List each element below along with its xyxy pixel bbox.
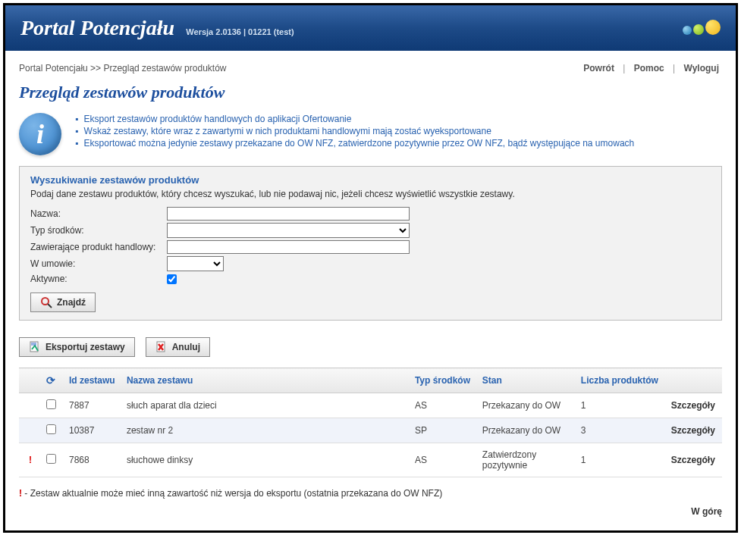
contract-select[interactable] [167,256,224,271]
export-icon [29,341,41,353]
footnote: ! - Zestaw aktualnie może mieć inną zawa… [19,488,722,499]
cell-type: AS [410,393,478,418]
active-label: Aktywne: [30,274,167,284]
cell-type: SP [410,418,478,443]
alert-icon [19,393,42,418]
contract-label: W umowie: [30,258,167,269]
type-select[interactable] [167,223,410,238]
type-label: Typ środków: [30,225,167,236]
search-panel: Wyszukiwanie zestawów produktów Podaj da… [19,166,722,321]
name-input[interactable] [167,207,410,221]
info-icon: i [19,113,61,155]
col-state[interactable]: Stan [478,368,576,393]
name-label: Nazwa: [30,208,167,219]
cancel-button[interactable]: Anuluj [146,337,210,357]
cell-count: 3 [576,418,667,443]
col-type[interactable]: Typ środków [410,368,478,393]
app-title: Portal Potencjału [20,16,174,39]
logo-icon [683,20,721,35]
containing-input[interactable] [167,240,410,254]
cell-name: słuch aparat dla dzieci [122,393,410,418]
cell-state: Przekazany do OW [478,418,576,443]
alert-icon [19,418,42,443]
cancel-button-label: Anuluj [172,342,200,352]
col-id[interactable]: Id zestawu [64,368,122,393]
search-icon [40,296,52,308]
results-table: ⟳ Id zestawu Nazwa zestawu Typ środków S… [19,368,722,477]
cell-id: 7887 [64,393,122,418]
info-item: Wskaż zestawy, które wraz z zawartymi w … [75,125,634,137]
refresh-icon[interactable]: ⟳ [46,374,55,386]
export-button-label: Eksportuj zestawy [46,342,125,352]
cell-state: Przekazany do OW [478,393,576,418]
back-link[interactable]: Powrót [583,63,614,74]
cancel-icon [155,341,168,353]
row-checkbox[interactable] [46,399,56,409]
info-list: Eksport zestawów produktów handlowych do… [75,113,634,149]
search-desc: Podaj dane zestawu produktów, który chce… [30,189,711,199]
details-link[interactable]: Szczegóły [667,418,722,443]
details-link[interactable]: Szczegóły [667,393,722,418]
row-checkbox[interactable] [46,424,56,434]
info-box: i Eksport zestawów produktów handlowych … [19,113,722,155]
svg-line-1 [48,304,52,308]
row-checkbox[interactable] [46,454,56,464]
help-link[interactable]: Pomoc [634,63,664,74]
page-title: Przegląd zestawów produktów [19,83,722,102]
cell-name: zestaw nr 2 [122,418,410,443]
table-row: 10387zestaw nr 2SPPrzekazany do OW3Szcze… [19,418,722,443]
cell-id: 10387 [64,418,122,443]
footnote-text: - Zestaw aktualnie może mieć inną zawart… [22,488,442,499]
table-row: 7887słuch aparat dla dzieciASPrzekazany … [19,393,722,418]
col-name[interactable]: Nazwa zestawu [122,368,410,393]
search-title: Wyszukiwanie zestawów produktów [30,174,711,186]
app-version: Wersja 2.0136 | 01221 (test) [186,27,294,36]
active-checkbox[interactable] [167,274,177,284]
go-top-link[interactable]: W górę [19,506,722,517]
export-button[interactable]: Eksportuj zestawy [19,337,135,357]
containing-label: Zawierające produkt handlowy: [30,242,167,252]
cell-type: AS [410,443,478,477]
info-item: Eksportować można jedynie zestawy przeka… [75,137,634,149]
cell-id: 7868 [64,443,122,477]
cell-state: Zatwierdzony pozytywnie [478,443,576,477]
cell-count: 1 [576,393,667,418]
info-item: Eksport zestawów produktów handlowych do… [75,113,634,125]
alert-icon: ! [19,443,42,477]
cell-name: słuchowe dinksy [122,443,410,477]
table-row: !7868słuchowe dinksyASZatwierdzony pozyt… [19,443,722,477]
logout-link[interactable]: Wyloguj [684,63,719,74]
app-header: Portal Potencjału Wersja 2.0136 | 01221 … [5,5,736,51]
col-count[interactable]: Liczba produktów [576,368,667,393]
top-links: Powrót | Pomoc | Wyloguj [580,63,722,74]
cell-count: 1 [576,443,667,477]
svg-point-0 [42,298,49,305]
breadcrumb: Portal Potencjału >> Przegląd zestawów p… [19,63,227,74]
find-button-label: Znajdź [57,297,86,308]
details-link[interactable]: Szczegóły [667,443,722,477]
find-button[interactable]: Znajdź [30,293,96,312]
